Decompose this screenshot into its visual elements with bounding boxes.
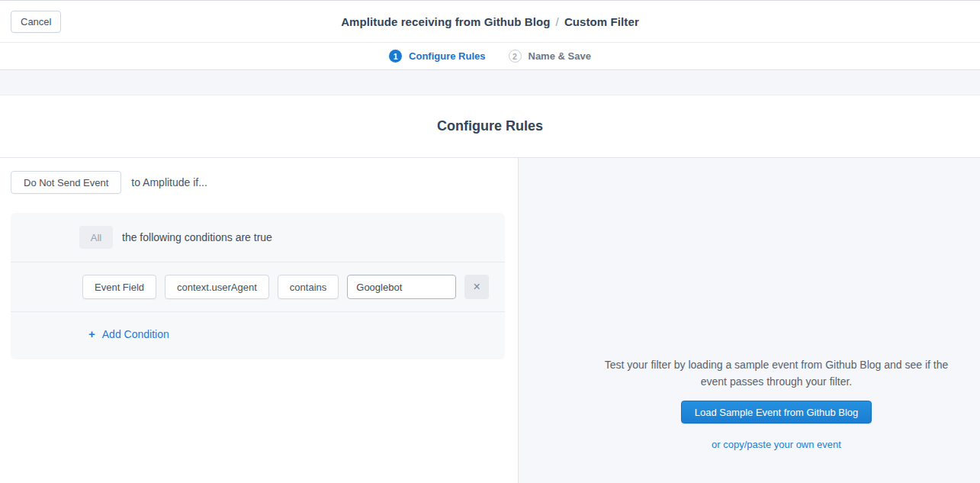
remove-condition-button[interactable]: ×	[464, 275, 489, 299]
filter-action-row: Do Not Send Event to Amplitude if...	[11, 171, 505, 194]
step-configure-rules[interactable]: 1 Configure Rules	[389, 50, 485, 63]
test-filter-block: Test your filter by loading a sample eve…	[599, 356, 954, 450]
breadcrumb-current: Custom Filter	[564, 15, 639, 28]
heading-row: Configure Rules	[0, 95, 980, 158]
condition-value-input[interactable]	[347, 275, 456, 299]
stepper: 1 Configure Rules 2 Name & Save	[0, 43, 980, 70]
breadcrumb: Amplitude receiving from Github Blog/Cus…	[0, 15, 980, 28]
test-filter-panel: Test your filter by loading a sample eve…	[518, 158, 980, 483]
plus-icon: +	[88, 327, 95, 340]
custom-filter-page: Cancel Amplitude receiving from Github B…	[0, 0, 980, 483]
match-operator-chip[interactable]: All	[79, 226, 113, 249]
spacer-band	[0, 70, 980, 95]
page-title: Configure Rules	[437, 118, 543, 134]
condition-row: Event Field context.userAgent contains ×	[11, 262, 505, 312]
test-filter-description: Test your filter by loading a sample eve…	[599, 356, 954, 390]
step-1-circle: 1	[389, 50, 402, 63]
main-content: Do Not Send Event to Amplitude if... All…	[0, 158, 980, 483]
condition-operator-dropdown[interactable]: contains	[278, 275, 339, 299]
step-2-circle: 2	[509, 50, 522, 63]
condition-type-dropdown[interactable]: Event Field	[82, 275, 156, 299]
rules-panel: Do Not Send Event to Amplitude if... All…	[0, 158, 518, 483]
cancel-button[interactable]: Cancel	[11, 11, 61, 33]
conditions-header: All the following conditions are true	[11, 213, 505, 262]
paste-own-event-link[interactable]: or copy/paste your own event	[599, 439, 954, 450]
step-2-label: Name & Save	[529, 50, 591, 62]
add-condition-link[interactable]: + Add Condition	[88, 327, 169, 340]
breadcrumb-separator: /	[551, 15, 564, 28]
add-condition-row: + Add Condition	[11, 312, 505, 359]
step-1-label: Configure Rules	[409, 50, 485, 62]
top-bar: Cancel Amplitude receiving from Github B…	[0, 0, 980, 43]
filter-action-suffix: to Amplitude if...	[131, 176, 207, 188]
filter-action-dropdown[interactable]: Do Not Send Event	[11, 171, 121, 194]
conditions-header-text: the following conditions are true	[122, 231, 272, 243]
step-name-and-save[interactable]: 2 Name & Save	[509, 50, 591, 63]
condition-field-dropdown[interactable]: context.userAgent	[165, 275, 269, 299]
add-condition-label: Add Condition	[102, 328, 169, 340]
breadcrumb-destination: Amplitude receiving from Github Blog	[341, 15, 550, 28]
conditions-box: All the following conditions are true Ev…	[11, 213, 505, 359]
load-sample-event-button[interactable]: Load Sample Event from Github Blog	[681, 401, 872, 423]
